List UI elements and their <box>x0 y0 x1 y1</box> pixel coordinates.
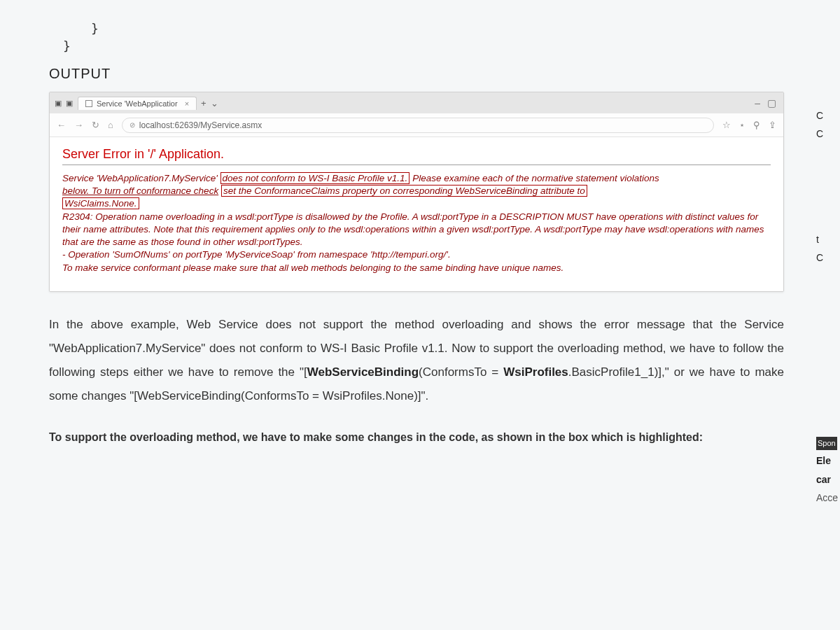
browser-tab[interactable]: Service 'WebApplicatior × <box>78 97 197 110</box>
sidebar-fragment: C C t C Spon Ele car Acce <box>816 105 840 508</box>
chevron-down-icon[interactable]: ⌄ <box>211 98 218 108</box>
new-tab-button[interactable]: + <box>201 98 206 108</box>
back-icon[interactable]: ← <box>57 120 66 130</box>
highlight-box: WsiClaims.None. <box>62 197 139 209</box>
favorites-bar-icon[interactable]: ⋆ <box>739 120 745 130</box>
url-field[interactable]: ⊘ localhost:62639/MyService.asmx <box>122 118 714 133</box>
win-icon: ▣ <box>65 99 74 107</box>
article-paragraph: In the above example, Web Service does n… <box>49 313 784 408</box>
code-snippet: } } <box>49 21 840 53</box>
favorite-icon[interactable]: ☆ <box>722 120 731 130</box>
browser-window: ▣ ▣ Service 'WebApplicatior × + ⌄ – ▢ ← … <box>49 92 784 292</box>
site-info-icon: ⊘ <box>130 121 135 129</box>
error-body: Service 'WebApplication7.MyService' does… <box>62 172 771 274</box>
home-icon[interactable]: ⌂ <box>108 120 113 130</box>
error-page: Server Error in '/' Application. Service… <box>50 137 783 291</box>
highlight-box: does not conform to WS-I Basic Profile v… <box>220 172 410 184</box>
brace: } <box>49 21 840 36</box>
minimize-icon[interactable]: – <box>755 97 760 108</box>
collections-icon[interactable]: ⚲ <box>753 120 760 130</box>
tab-title: Service 'WebApplicatior <box>97 99 178 108</box>
address-bar: ← → ↻ ⌂ ⊘ localhost:62639/MyService.asmx… <box>50 113 783 137</box>
output-heading: OUTPUT <box>49 66 840 82</box>
page-icon <box>85 100 92 107</box>
forward-icon[interactable]: → <box>74 120 83 130</box>
refresh-icon[interactable]: ↻ <box>92 120 99 130</box>
article-bold-paragraph: To support the overloading method, we ha… <box>49 428 784 447</box>
share-icon[interactable]: ⇪ <box>769 120 776 130</box>
tab-strip: ▣ ▣ Service 'WebApplicatior × + ⌄ – ▢ <box>50 92 783 113</box>
divider <box>62 164 771 165</box>
url-text: localhost:62639/MyService.asmx <box>139 120 262 130</box>
error-title: Server Error in '/' Application. <box>62 147 771 162</box>
highlight-box: set the ConformanceClaims property on co… <box>221 185 587 197</box>
win-icon: ▣ <box>54 99 62 107</box>
maximize-icon[interactable]: ▢ <box>767 97 776 108</box>
article-body: In the above example, Web Service does n… <box>49 313 784 447</box>
brace: } <box>49 38 840 53</box>
sponsored-label: Spon <box>816 437 837 451</box>
close-icon[interactable]: × <box>185 99 189 108</box>
